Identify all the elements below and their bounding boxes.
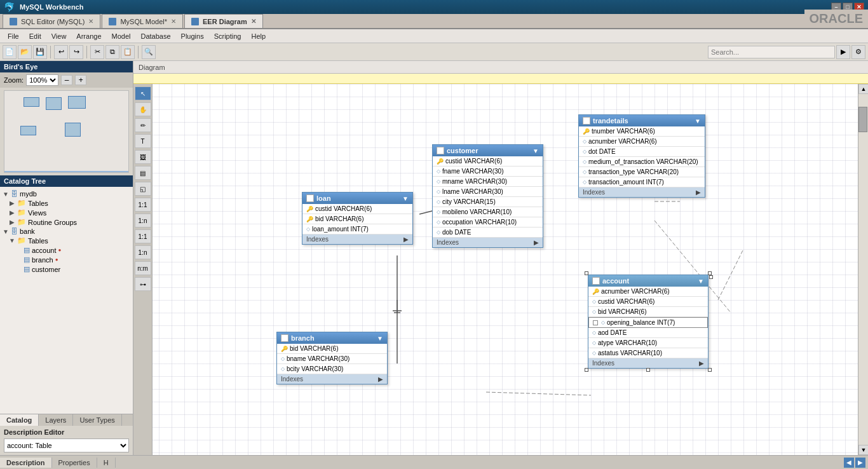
- table-loan-dropdown[interactable]: ▼: [402, 195, 409, 202]
- menu-plugins[interactable]: Plugins: [176, 31, 209, 41]
- right-scrollbar: ▲ ▼: [858, 84, 868, 455]
- menu-file[interactable]: File: [3, 31, 24, 41]
- table-branch-footer[interactable]: Indexes ▶: [277, 374, 387, 384]
- tab-mysql-model-close[interactable]: ✕: [171, 18, 176, 25]
- btab-layers[interactable]: Layers: [39, 414, 73, 426]
- tree-bank-account[interactable]: ▤ account ●: [3, 245, 130, 255]
- tool-relation1n[interactable]: 1:1: [135, 198, 151, 212]
- tab-eer-diagram[interactable]: EER Diagram ✕: [184, 14, 263, 28]
- table-loan[interactable]: loan ▼ 🔑 custid VARCHAR(6) 🔑 bid VARCHAR…: [302, 192, 413, 245]
- tab-mysql-model[interactable]: MySQL Model* ✕: [102, 14, 183, 28]
- tree-mydb-tables-expand[interactable]: ▶: [9, 200, 15, 207]
- zoom-select[interactable]: 50%75%100%125%150%: [26, 74, 58, 86]
- account-field-opbal-handle[interactable]: [709, 275, 713, 279]
- toolbar-search-go[interactable]: ▶: [836, 45, 850, 59]
- search-input[interactable]: [708, 46, 835, 58]
- tool-hand[interactable]: ✋: [135, 102, 151, 116]
- tree-bank-tables-expand[interactable]: ▼: [9, 237, 15, 244]
- account-resize-handle-bc[interactable]: [646, 368, 650, 372]
- table-trandetails[interactable]: trandetails ▼ 🔑 tnumber VARCHAR(6) ◇ acn…: [578, 114, 705, 198]
- scroll-track[interactable]: [858, 94, 868, 445]
- tool-view[interactable]: ◱: [135, 182, 151, 196]
- menu-edit[interactable]: Edit: [24, 31, 46, 41]
- tool-text[interactable]: T: [135, 134, 151, 148]
- toolbar-save[interactable]: 💾: [33, 45, 47, 59]
- tree-bank[interactable]: ▼ 🗄 bank: [3, 227, 130, 236]
- table-account-footer-arrow[interactable]: ▶: [699, 360, 704, 367]
- toolbar-new[interactable]: 📄: [3, 45, 17, 59]
- scroll-down-button[interactable]: ▼: [858, 445, 868, 455]
- tab-sql-editor-close[interactable]: ✕: [88, 18, 93, 25]
- menu-help[interactable]: Help: [246, 31, 271, 41]
- table-trandetails-dropdown[interactable]: ▼: [695, 118, 701, 125]
- bpanel-nav-right[interactable]: ▶: [855, 458, 865, 468]
- tab-sql-editor[interactable]: SQL Editor (MySQL) ✕: [3, 14, 100, 28]
- table-account-dropdown[interactable]: ▼: [698, 278, 704, 285]
- table-branch-dropdown[interactable]: ▼: [377, 335, 383, 342]
- table-trandetails-footer-arrow[interactable]: ▶: [696, 189, 701, 196]
- toolbar-redo[interactable]: ↪: [69, 45, 83, 59]
- tool-table[interactable]: ▤: [135, 166, 151, 180]
- account-resize-handle-bl[interactable]: [585, 368, 588, 372]
- account-resize-handle-br[interactable]: [708, 368, 712, 372]
- bpanel-nav-left[interactable]: ◀: [844, 458, 854, 468]
- tree-mydb-routines[interactable]: ▶ 📁 Routine Groups: [3, 217, 130, 227]
- tree-mydb-tables[interactable]: ▶ 📁 Tables: [3, 198, 130, 208]
- tree-bank-tables[interactable]: ▼ 📁 Tables: [3, 236, 130, 245]
- menu-arrange[interactable]: Arrange: [71, 31, 106, 41]
- table-branch[interactable]: branch ▼ 🔑 bid VARCHAR(6) ◇ bname VARCHA…: [276, 332, 388, 384]
- tool-relation1n4[interactable]: 1:n: [135, 245, 151, 259]
- zoom-out-button[interactable]: –: [61, 75, 72, 85]
- btab-catalog[interactable]: Catalog: [0, 414, 39, 426]
- table-loan-footer[interactable]: Indexes ▶: [302, 234, 412, 244]
- tab-eer-diagram-close[interactable]: ✕: [251, 18, 256, 25]
- tool-select[interactable]: ↖: [135, 86, 151, 100]
- tool-relation1n3[interactable]: 1:1: [135, 229, 151, 243]
- tree-mydb-tables-icon: 📁: [17, 199, 26, 207]
- eer-canvas[interactable]: ↖ ✋ ✏ T 🖼 ▤ ◱ 1:1 1:n 1:1 1:n n:m ⊶: [133, 84, 868, 455]
- table-account[interactable]: account ▼ 🔑 acnumber VARCHAR(6) ◇ custid…: [588, 275, 709, 369]
- tool-relation1n2[interactable]: 1:n: [135, 214, 151, 228]
- toolbar-copy[interactable]: ⧉: [105, 45, 119, 59]
- toolbar-search[interactable]: 🔍: [142, 45, 156, 59]
- table-customer[interactable]: customer ▼ 🔑 custid VARCHAR(6) ◇ fname V…: [432, 144, 543, 248]
- menu-model[interactable]: Model: [107, 31, 136, 41]
- table-account-footer[interactable]: Indexes ▶: [588, 358, 708, 368]
- table-customer-footer[interactable]: Indexes ▶: [433, 238, 543, 247]
- account-resize-handle-tl[interactable]: [585, 271, 588, 275]
- tree-mydb[interactable]: ▼ 🗄 mydb: [3, 189, 130, 198]
- table-customer-footer-label: Indexes: [437, 239, 459, 246]
- table-branch-footer-arrow[interactable]: ▶: [378, 376, 383, 383]
- tree-bank-branch[interactable]: ▤ branch ●: [3, 255, 130, 264]
- scroll-thumb[interactable]: [858, 107, 867, 132]
- toolbar-cut[interactable]: ✂: [90, 45, 104, 59]
- tree-mydb-views[interactable]: ▶ 📁 Views: [3, 208, 130, 217]
- table-customer-footer-arrow[interactable]: ▶: [534, 239, 539, 246]
- table-customer-dropdown[interactable]: ▼: [532, 147, 539, 154]
- bpanel-tab-h[interactable]: H: [97, 458, 116, 468]
- toolbar-settings[interactable]: ⚙: [851, 45, 865, 59]
- tree-bank-customer[interactable]: ▤ customer: [3, 264, 130, 274]
- tree-mydb-routines-expand[interactable]: ▶: [9, 219, 15, 226]
- bpanel-tab-properties[interactable]: Properties: [52, 458, 97, 468]
- zoom-in-button[interactable]: +: [75, 75, 86, 85]
- toolbar-undo[interactable]: ↩: [54, 45, 68, 59]
- scroll-up-button[interactable]: ▲: [858, 84, 868, 94]
- tree-bank-expand[interactable]: ▼: [3, 228, 9, 235]
- tool-eraser[interactable]: ✏: [135, 118, 151, 132]
- menu-database[interactable]: Database: [135, 31, 175, 41]
- tool-relation-special[interactable]: ⊶: [135, 277, 151, 291]
- tree-mydb-views-expand[interactable]: ▶: [9, 209, 15, 216]
- bpanel-tab-description[interactable]: Description: [0, 458, 52, 468]
- tool-relationnm[interactable]: n:m: [135, 261, 151, 275]
- table-loan-footer-arrow[interactable]: ▶: [403, 236, 409, 243]
- table-trandetails-footer[interactable]: Indexes ▶: [579, 187, 705, 197]
- menu-view[interactable]: View: [46, 31, 72, 41]
- menu-scripting[interactable]: Scripting: [209, 31, 247, 41]
- tool-image[interactable]: 🖼: [135, 150, 151, 164]
- toolbar-open[interactable]: 📂: [18, 45, 32, 59]
- desc-select[interactable]: account: Table branch: Table customer: T…: [4, 438, 129, 452]
- btab-user-types[interactable]: User Types: [73, 414, 121, 426]
- toolbar-paste[interactable]: 📋: [121, 45, 135, 59]
- tree-mydb-expand[interactable]: ▼: [3, 191, 9, 198]
